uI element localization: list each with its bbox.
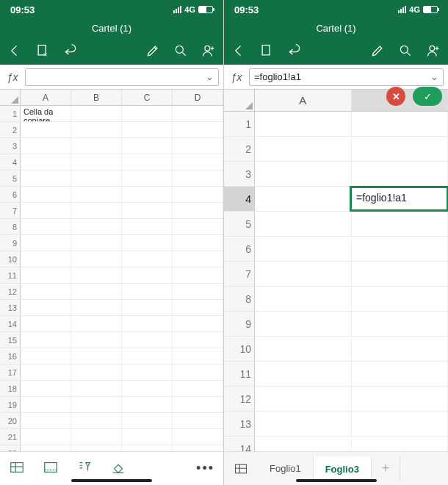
cell[interactable] — [21, 332, 71, 348]
row-header[interactable]: 16 — [0, 348, 21, 364]
cell[interactable] — [71, 364, 122, 380]
cell[interactable] — [71, 381, 122, 396]
cell[interactable] — [122, 122, 173, 137]
cell[interactable] — [352, 312, 449, 336]
row-header[interactable]: 10 — [0, 251, 21, 267]
cell[interactable] — [173, 381, 223, 396]
cell[interactable] — [255, 112, 352, 136]
cell[interactable] — [21, 251, 71, 267]
cell[interactable] — [255, 162, 352, 186]
row-header[interactable]: 1 — [0, 106, 21, 121]
row-header[interactable]: 3 — [224, 162, 255, 186]
cell[interactable] — [255, 212, 352, 236]
cell[interactable] — [122, 348, 173, 364]
cell[interactable] — [71, 284, 122, 299]
undo-icon[interactable] — [287, 43, 302, 58]
cell[interactable] — [173, 106, 223, 121]
cell[interactable] — [21, 122, 71, 137]
cell[interactable] — [71, 170, 122, 186]
formula-input[interactable]: =foglio1!a1 ⌄ — [249, 68, 444, 86]
cell[interactable] — [71, 332, 122, 348]
back-icon[interactable] — [231, 43, 246, 58]
cell[interactable] — [255, 436, 352, 451]
row-header[interactable]: 4 — [224, 187, 255, 211]
cell[interactable] — [255, 337, 352, 361]
cell[interactable]: =foglio1!a1 — [350, 187, 448, 211]
cell[interactable] — [173, 203, 223, 218]
cell[interactable] — [71, 219, 122, 234]
cell[interactable] — [352, 362, 449, 386]
row-header[interactable]: 11 — [224, 362, 255, 386]
cell[interactable] — [255, 362, 352, 386]
cell[interactable] — [21, 397, 71, 412]
cell[interactable] — [352, 112, 449, 136]
cell[interactable] — [21, 219, 71, 234]
cell[interactable] — [122, 300, 173, 315]
cell[interactable] — [255, 287, 352, 311]
workbook-title[interactable]: Cartel (1) — [0, 19, 223, 37]
row-header[interactable]: 3 — [0, 138, 21, 154]
cell[interactable] — [71, 203, 122, 218]
grid-body[interactable]: 1Cella da copiare23456789101112131415161… — [0, 106, 223, 451]
chevron-down-icon[interactable]: ⌄ — [206, 71, 214, 82]
sheet-tab-foglio3[interactable]: Foglio3 — [314, 456, 372, 481]
confirm-icon[interactable]: ✓ — [413, 87, 442, 106]
cancel-icon[interactable]: ✕ — [386, 87, 405, 106]
sheets-icon[interactable] — [9, 459, 25, 478]
cell[interactable] — [21, 187, 71, 202]
row-header[interactable]: 7 — [0, 203, 21, 218]
cell[interactable] — [173, 219, 223, 234]
new-doc-icon[interactable] — [35, 43, 50, 58]
cell[interactable] — [255, 237, 352, 261]
formula-input[interactable]: ⌄ — [25, 68, 219, 86]
cell[interactable] — [122, 235, 173, 251]
cards-icon[interactable] — [43, 459, 59, 478]
cell[interactable] — [21, 316, 71, 331]
row-header[interactable]: 13 — [224, 412, 255, 436]
cell[interactable] — [352, 137, 449, 161]
cell[interactable] — [122, 251, 173, 267]
edit-pen-icon[interactable] — [370, 43, 385, 58]
cell[interactable] — [122, 364, 173, 380]
row-header[interactable]: 5 — [0, 170, 21, 186]
cell[interactable] — [173, 154, 223, 170]
cell[interactable] — [122, 381, 173, 396]
row-header[interactable]: 7 — [224, 262, 255, 286]
cell[interactable] — [71, 348, 122, 364]
edit-pen-icon[interactable] — [145, 43, 160, 58]
row-header[interactable]: 6 — [224, 237, 255, 261]
col-header-A[interactable]: A — [255, 90, 352, 111]
cell[interactable] — [122, 445, 173, 451]
share-person-icon[interactable] — [426, 43, 441, 58]
workbook-title[interactable]: Cartel (1) — [224, 19, 448, 37]
cell[interactable] — [122, 284, 173, 299]
cell[interactable] — [173, 364, 223, 380]
cell[interactable] — [173, 122, 223, 137]
row-header[interactable]: 13 — [0, 300, 21, 315]
cell[interactable] — [352, 212, 449, 236]
cell[interactable] — [21, 203, 71, 218]
cell[interactable] — [352, 262, 449, 286]
undo-icon[interactable] — [63, 43, 78, 58]
cell[interactable] — [71, 413, 122, 428]
row-header[interactable]: 5 — [224, 212, 255, 236]
row-header[interactable]: 15 — [0, 332, 21, 348]
cell[interactable] — [122, 397, 173, 412]
cell[interactable] — [255, 262, 352, 286]
cell[interactable] — [173, 316, 223, 331]
cell[interactable] — [255, 187, 350, 211]
cell[interactable] — [173, 397, 223, 412]
cell[interactable] — [71, 267, 122, 283]
cell[interactable] — [71, 122, 122, 137]
cell[interactable] — [21, 170, 71, 186]
cell[interactable] — [255, 387, 352, 411]
cell[interactable] — [71, 187, 122, 202]
cell[interactable] — [71, 106, 122, 121]
cell[interactable] — [21, 138, 71, 154]
sort-filter-icon[interactable] — [76, 459, 93, 478]
cell[interactable] — [352, 237, 449, 261]
row-header[interactable]: 4 — [0, 154, 21, 170]
row-header[interactable]: 20 — [0, 413, 21, 428]
cell[interactable] — [21, 348, 71, 364]
cell[interactable] — [173, 413, 223, 428]
